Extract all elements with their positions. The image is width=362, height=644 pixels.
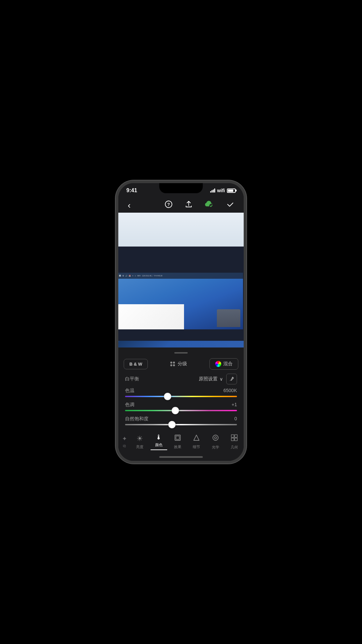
nav-optics-icon <box>212 434 219 443</box>
nav-auto-label: 动 <box>123 444 126 448</box>
svg-point-7 <box>215 437 217 439</box>
temperature-slider-container: 色温 6500K <box>125 388 237 397</box>
nav-color-icon: 🌡 <box>156 433 162 441</box>
mode-tabs: B & W 分级 <box>118 358 244 370</box>
temperature-header: 色温 6500K <box>125 388 237 394</box>
bottom-panel: B & W 分级 <box>118 358 244 461</box>
svg-rect-10 <box>231 438 234 441</box>
white-balance-label: 白平衡 <box>125 376 139 382</box>
vibrance-label: 自然饱和度 <box>125 416 148 422</box>
wb-value: 原照设置 <box>199 376 218 382</box>
vibrance-slider-container: 自然饱和度 0 <box>125 416 237 425</box>
tint-value: +1 <box>232 402 237 408</box>
battery-icon <box>227 189 236 193</box>
wb-dropdown[interactable]: 原照设置 ∨ <box>199 376 223 382</box>
nav-brightness-label: 亮度 <box>136 444 143 449</box>
svg-rect-8 <box>231 435 234 437</box>
battery-fill <box>228 190 233 192</box>
nav-auto-icon: ✦ <box>122 435 127 442</box>
nav-item-detail[interactable]: 细节 <box>188 434 205 449</box>
drag-handle[interactable] <box>118 347 244 358</box>
cloud-sync-button[interactable] <box>202 198 217 213</box>
vibrance-value: 0 <box>234 416 237 422</box>
svg-rect-11 <box>235 438 237 441</box>
tint-slider-container: 色调 +1 <box>125 402 237 411</box>
tab-bw[interactable]: B & W <box>124 359 148 369</box>
app-content: 9:41 wifi ‹ ? <box>118 183 244 461</box>
white-balance-right: 原照设置 ∨ <box>199 374 237 384</box>
photo-monitor-screen: ◎ 1 📊 ⦿ 🔊 📅 ✶ ≡ WiFi 12月15日 周二 下午4:40:29 <box>118 273 243 329</box>
drag-handle-bar <box>174 352 188 354</box>
help-button[interactable]: ? <box>162 198 175 213</box>
svg-point-6 <box>213 435 218 440</box>
tint-header: 色调 +1 <box>125 402 237 408</box>
temperature-value: 6500K <box>224 388 237 394</box>
vibrance-track[interactable] <box>125 424 237 425</box>
color-wheel-icon <box>215 361 221 367</box>
home-bar <box>159 456 203 458</box>
nav-color-label: 颜色 <box>155 442 163 447</box>
toolbar-right: ? <box>162 198 237 213</box>
share-button[interactable] <box>182 198 195 213</box>
status-icons: wifi <box>210 188 236 193</box>
tab-grade-label: 分级 <box>178 361 187 367</box>
vibrance-thumb[interactable] <box>168 421 176 428</box>
nav-active-indicator <box>150 449 167 450</box>
signal-icon <box>210 189 215 193</box>
photo-screen-menubar: ◎ 1 📊 ⦿ 🔊 📅 ✶ ≡ WiFi 12月15日 周二 下午4:40:29 <box>118 273 243 279</box>
tab-mix[interactable]: 混合 <box>209 358 238 370</box>
nav-item-brightness[interactable]: ☀ 亮度 <box>131 434 148 449</box>
nav-brightness-icon: ☀ <box>136 434 143 443</box>
nav-geometry-label: 几何 <box>231 445 238 450</box>
photo-preview: ◎ 1 📊 ⦿ 🔊 📅 ✶ ≡ WiFi 12月15日 周二 下午4:40:29 <box>118 213 244 347</box>
nav-effects-label: 效果 <box>174 444 181 449</box>
photo-area: ◎ 1 📊 ⦿ 🔊 📅 ✶ ≡ WiFi 12月15日 周二 下午4:40:29 <box>118 213 244 347</box>
temperature-thumb[interactable] <box>164 393 171 400</box>
home-indicator <box>118 453 244 461</box>
tab-mix-label: 混合 <box>223 361 233 367</box>
nav-detail-icon <box>193 434 200 443</box>
svg-rect-9 <box>235 435 237 437</box>
photo-monitor-frame: ◎ 1 📊 ⦿ 🔊 📅 ✶ ≡ WiFi 12月15日 周二 下午4:40:29 <box>118 247 244 341</box>
nav-detail-label: 细节 <box>193 444 200 449</box>
temperature-track[interactable] <box>125 396 237 397</box>
white-balance-row: 白平衡 原照设置 ∨ <box>125 374 237 384</box>
temperature-label: 色温 <box>125 388 134 394</box>
volume-up-button[interactable] <box>116 237 116 249</box>
svg-text:?: ? <box>167 202 170 207</box>
photo-chair <box>217 309 240 327</box>
wb-dropdown-arrow: ∨ <box>220 376 223 382</box>
eyedropper-button[interactable] <box>226 374 237 384</box>
confirm-button[interactable] <box>224 198 237 213</box>
phone-shell: 9:41 wifi ‹ ? <box>116 180 246 464</box>
wifi-icon: wifi <box>217 188 225 193</box>
nav-item-effects[interactable]: 效果 <box>169 434 186 449</box>
bottom-nav: ✦ 动 ☀ 亮度 🌡 颜色 <box>118 430 244 453</box>
nav-item-color[interactable]: 🌡 颜色 <box>150 433 167 450</box>
nav-item-optics[interactable]: 光学 <box>207 434 224 450</box>
back-button[interactable]: ‹ <box>125 198 133 213</box>
notch <box>159 183 203 193</box>
nav-item-geometry[interactable]: 几何 <box>226 434 243 450</box>
nav-optics-label: 光学 <box>212 445 219 450</box>
svg-rect-4 <box>176 436 179 439</box>
controls-section: 白平衡 原照设置 ∨ <box>118 374 244 425</box>
vibrance-header: 自然饱和度 0 <box>125 416 237 422</box>
tint-label: 色调 <box>125 402 134 408</box>
volume-down-button[interactable] <box>116 254 116 266</box>
tab-grade[interactable]: 分级 <box>150 359 207 369</box>
nav-effects-icon <box>174 434 181 443</box>
grade-icon <box>170 362 175 366</box>
tab-bw-label: B & W <box>129 362 142 367</box>
photo-white-paper <box>118 304 184 329</box>
status-time: 9:41 <box>126 187 137 194</box>
nav-item-auto[interactable]: ✦ 动 <box>119 435 129 448</box>
photo-background: ◎ 1 📊 ⦿ 🔊 📅 ✶ ≡ WiFi 12月15日 周二 下午4:40:29 <box>118 213 244 347</box>
tint-thumb[interactable] <box>172 407 179 414</box>
tint-track[interactable] <box>125 410 237 411</box>
nav-geometry-icon <box>231 434 238 443</box>
svg-marker-5 <box>194 435 199 440</box>
power-button[interactable] <box>246 245 246 265</box>
